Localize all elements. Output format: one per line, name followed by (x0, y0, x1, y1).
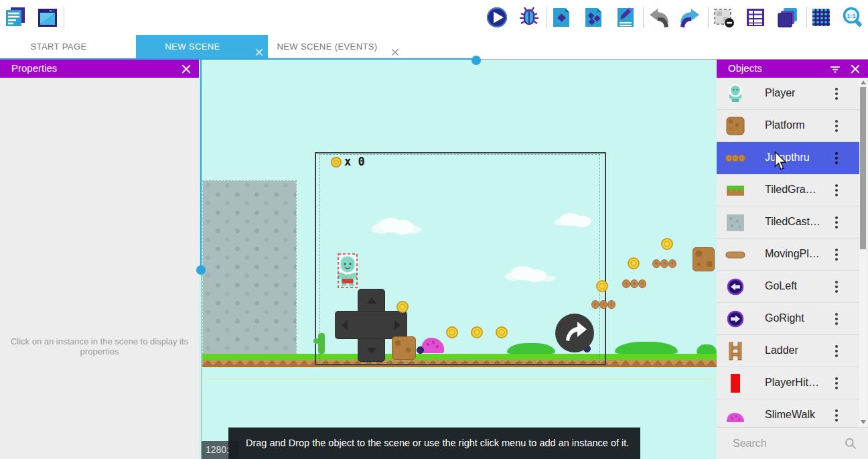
object-row-ladder[interactable]: Ladder (717, 335, 859, 367)
kebab-menu-icon[interactable] (831, 150, 842, 166)
close-properties-icon[interactable] (180, 63, 192, 75)
object-groups-icon[interactable] (581, 5, 605, 29)
coin-instance[interactable] (661, 238, 673, 250)
tiled-castle-object-icon (725, 212, 746, 233)
scroll-down-icon[interactable] (861, 420, 866, 424)
cactus[interactable] (318, 333, 325, 354)
kebab-menu-icon[interactable] (831, 375, 842, 391)
filter-icon[interactable] (829, 63, 841, 75)
main-toolbar: 1:1 (0, 0, 868, 35)
kebab-menu-icon[interactable] (831, 407, 842, 423)
go-marker-instance[interactable] (417, 346, 424, 354)
vertical-splitter[interactable] (200, 60, 202, 270)
coin-instance[interactable] (496, 326, 508, 338)
object-row-platform[interactable]: Platform (717, 110, 859, 142)
splitter-handle[interactable] (196, 265, 206, 275)
coin-instance[interactable] (628, 257, 640, 269)
bush[interactable] (697, 344, 717, 354)
splitter-handle[interactable] (472, 56, 481, 65)
toolbar-separator (643, 7, 644, 28)
object-row-jumpthru[interactable]: Jumpthru (717, 142, 859, 174)
instances-list-icon[interactable] (743, 5, 768, 29)
jumpthru-instance[interactable] (622, 279, 646, 289)
jumpthru-object-icon (725, 147, 746, 169)
toolbar-separator (64, 7, 64, 28)
object-row-goright[interactable]: GoRight (717, 303, 859, 335)
bush[interactable] (615, 342, 678, 354)
hud-coin-count: x 0 (344, 155, 365, 168)
slime-object-icon (725, 405, 746, 426)
close-tab-icon[interactable] (390, 42, 400, 52)
debug-icon[interactable] (517, 5, 541, 29)
grid-icon[interactable] (809, 5, 833, 29)
kebab-menu-icon[interactable] (831, 118, 842, 134)
object-row-player[interactable]: Player (717, 78, 859, 110)
toolbar-separator (806, 7, 807, 28)
player-instance[interactable] (335, 253, 360, 289)
dpad-down-arrow-icon[interactable] (367, 348, 376, 354)
platform-object-icon (725, 115, 746, 137)
object-label: Jumpthru (765, 151, 810, 163)
jump-button-control[interactable] (555, 314, 594, 352)
properties-empty-hint: Click on an instance in the scene to dis… (5, 336, 194, 356)
dpad-left-arrow-icon[interactable] (342, 320, 348, 330)
objects-list: Player Platform Jumpthru TiledGra… Tiled… (717, 78, 868, 427)
object-label: Platform (765, 119, 805, 131)
object-row-movingplatform[interactable]: MovingPl… (717, 239, 859, 271)
moving-platform-object-icon (725, 244, 746, 265)
scene-canvas[interactable]: x 0 (199, 60, 717, 459)
clear-selection-icon[interactable] (711, 5, 735, 29)
toolbar-separator (547, 7, 547, 28)
player-hitbox-object-icon (725, 373, 746, 394)
play-icon[interactable] (485, 5, 509, 29)
dpad-right-arrow-icon[interactable] (394, 320, 401, 330)
tiled-grass-object-icon (725, 180, 746, 201)
object-label: TiledCast… (765, 216, 820, 228)
jumpthru-instance[interactable] (591, 300, 616, 310)
object-row-playerhitbox[interactable]: PlayerHit… (717, 367, 859, 399)
scroll-up-icon[interactable] (861, 80, 866, 84)
kebab-menu-icon[interactable] (831, 279, 842, 295)
project-manager-icon[interactable] (3, 5, 27, 29)
tab-new-scene[interactable]: NEW SCENE (136, 35, 268, 59)
platform-instance[interactable] (392, 336, 416, 360)
kebab-menu-icon[interactable] (831, 343, 842, 359)
scrollbar-thumb[interactable] (860, 87, 866, 249)
start-page-icon[interactable] (35, 5, 60, 29)
kebab-menu-icon[interactable] (831, 86, 842, 102)
coin-instance[interactable] (596, 280, 608, 292)
object-row-tiledgrass[interactable]: TiledGra… (717, 174, 859, 206)
bush[interactable] (507, 343, 555, 354)
tab-start-page[interactable]: START PAGE (0, 35, 117, 59)
dpad-up-arrow-icon[interactable] (367, 298, 376, 304)
coin-instance[interactable] (471, 326, 483, 338)
zoom-1-1-icon[interactable]: 1:1 (841, 5, 865, 29)
kebab-menu-icon[interactable] (831, 247, 842, 263)
objects-panel-header: Objects (717, 60, 868, 78)
object-row-tiledcastle[interactable]: TiledCast… (717, 206, 859, 239)
kebab-menu-icon[interactable] (831, 182, 842, 198)
jumpthru-instance[interactable] (652, 259, 676, 269)
properties-panel-header: Properties (0, 60, 199, 78)
svg-text:1:1: 1:1 (847, 13, 855, 19)
close-objects-icon[interactable] (849, 63, 861, 75)
tab-label: NEW SCENE (EVENTS) (277, 42, 377, 52)
tiled-castle-instance[interactable] (203, 181, 296, 354)
search-input[interactable] (733, 434, 840, 453)
tab-new-scene-events[interactable]: NEW SCENE (EVENTS) (268, 35, 404, 59)
scene-properties-icon[interactable] (613, 5, 638, 29)
undo-icon[interactable] (646, 5, 670, 29)
layers-icon[interactable] (776, 5, 800, 29)
close-tab-icon[interactable] (255, 42, 264, 52)
objects-editor-icon[interactable] (549, 5, 573, 29)
coin-instance[interactable] (446, 326, 458, 338)
ladder-object-icon (725, 340, 746, 362)
object-label: GoRight (765, 312, 804, 324)
kebab-menu-icon[interactable] (831, 214, 842, 231)
kebab-menu-icon[interactable] (831, 311, 842, 327)
tab-label: START PAGE (31, 42, 87, 52)
redo-icon[interactable] (678, 5, 703, 29)
object-row-goleft[interactable]: GoLeft (717, 271, 859, 303)
coin-instance[interactable] (396, 301, 409, 313)
platform-instance[interactable] (693, 247, 715, 271)
